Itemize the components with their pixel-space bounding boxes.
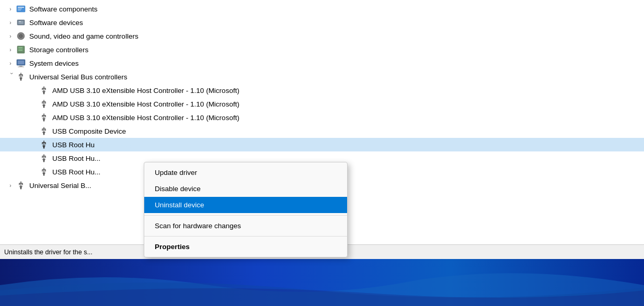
svg-point-21 bbox=[43, 107, 45, 108]
context-menu-update-driver[interactable]: Update driver bbox=[144, 164, 347, 181]
expand-icon[interactable]: › bbox=[6, 32, 15, 40]
context-menu-divider-1 bbox=[144, 215, 347, 216]
tree-item-label: AMD USB 3.10 eXtensible Host Controller … bbox=[52, 87, 239, 95]
svg-point-27 bbox=[20, 188, 22, 190]
tree-item-storage-controllers[interactable]: › Storage controllers bbox=[0, 43, 644, 56]
expand-icon[interactable]: › bbox=[6, 5, 15, 13]
svg-point-26 bbox=[43, 174, 45, 176]
tree-item-usb-composite[interactable]: › USB Composite Device bbox=[0, 124, 644, 138]
tree-item-label: Software devices bbox=[29, 19, 83, 27]
tree-item-label: USB Root Hu... bbox=[52, 155, 100, 162]
svg-point-22 bbox=[43, 120, 45, 122]
svg-rect-6 bbox=[19, 21, 21, 22]
expand-icon[interactable]: › bbox=[6, 45, 15, 54]
disable-device-label: Disable device bbox=[155, 185, 201, 193]
usb-icon bbox=[16, 72, 26, 82]
expand-icon[interactable]: › bbox=[6, 181, 15, 190]
usb-device-icon bbox=[39, 99, 49, 109]
status-text: Uninstalls the driver for the s... bbox=[4, 249, 93, 256]
tree-item-label: AMD USB 3.10 eXtensible Host Controller … bbox=[52, 114, 239, 122]
context-menu: Update driver Disable device Uninstall d… bbox=[144, 162, 348, 257]
expand-icon[interactable]: › bbox=[6, 73, 15, 81]
software-comp-icon bbox=[16, 4, 26, 14]
svg-point-13 bbox=[22, 48, 24, 49]
uninstall-device-label: Uninstall device bbox=[155, 201, 204, 209]
usb-device-icon bbox=[39, 85, 49, 96]
context-menu-disable-device[interactable]: Disable device bbox=[144, 181, 347, 197]
context-menu-divider-2 bbox=[144, 236, 347, 237]
usb-device-icon bbox=[39, 139, 49, 150]
tree-item-software-components[interactable]: › Software components bbox=[0, 2, 644, 16]
tree-item-label: Software components bbox=[29, 5, 98, 13]
tree-item-label: Universal Serial Bus controllers bbox=[29, 73, 128, 81]
tree-item-amd-usb-1[interactable]: › AMD USB 3.10 eXtensible Host Controlle… bbox=[0, 84, 644, 97]
svg-point-25 bbox=[43, 161, 45, 162]
svg-point-23 bbox=[43, 134, 45, 135]
software-device-icon bbox=[16, 17, 26, 28]
svg-rect-5 bbox=[18, 21, 24, 24]
tree-item-software-devices[interactable]: › Software devices bbox=[0, 16, 644, 29]
tree-item-label: System devices bbox=[29, 60, 79, 67]
expand-icon[interactable]: › bbox=[6, 18, 15, 27]
tree-item-system-devices[interactable]: › System devices bbox=[0, 56, 644, 70]
scan-changes-label: Scan for hardware changes bbox=[155, 222, 241, 230]
storage-icon bbox=[16, 44, 26, 55]
svg-rect-18 bbox=[18, 61, 24, 64]
tree-item-amd-usb-3[interactable]: › AMD USB 3.10 eXtensible Host Controlle… bbox=[0, 111, 644, 124]
svg-rect-3 bbox=[18, 10, 21, 11]
usb-device-icon bbox=[39, 126, 49, 136]
sound-icon bbox=[16, 31, 26, 41]
tree-item-sound-video[interactable]: › Sound, video and game controllers bbox=[0, 29, 644, 43]
update-driver-label: Update driver bbox=[155, 169, 197, 176]
tree-item-label: Universal Serial B... bbox=[29, 182, 91, 190]
device-manager: › Software components › S bbox=[0, 0, 644, 306]
tree-item-label: USB Root Hub (USB 3.0) bbox=[52, 141, 132, 149]
tree-item-label: USB Root Hu... bbox=[52, 168, 100, 176]
usb-device-icon bbox=[39, 112, 49, 123]
system-icon bbox=[16, 58, 26, 68]
svg-rect-17 bbox=[18, 67, 24, 67]
svg-rect-2 bbox=[18, 8, 22, 9]
usb-device-icon bbox=[39, 153, 49, 163]
tree-item-amd-usb-2[interactable]: › AMD USB 3.10 eXtensible Host Controlle… bbox=[0, 97, 644, 111]
tree-item-usb-controllers[interactable]: › Universal Serial Bus controllers bbox=[0, 70, 644, 84]
tree-item-label: AMD USB 3.10 eXtensible Host Controller … bbox=[52, 100, 239, 108]
context-menu-uninstall-device[interactable]: Uninstall device bbox=[144, 197, 347, 213]
context-menu-properties[interactable]: Properties bbox=[144, 239, 347, 255]
svg-point-14 bbox=[22, 50, 24, 51]
svg-point-9 bbox=[20, 36, 21, 37]
usb-icon bbox=[16, 180, 26, 191]
svg-rect-1 bbox=[18, 7, 24, 8]
properties-label: Properties bbox=[155, 243, 190, 251]
tree-item-label: Storage controllers bbox=[29, 46, 88, 54]
tree-item-label: USB Composite Device bbox=[52, 127, 126, 135]
svg-point-19 bbox=[20, 79, 22, 81]
taskbar bbox=[0, 259, 644, 306]
svg-point-24 bbox=[43, 147, 45, 149]
tree-item-usb-root-hub-1[interactable]: › USB Root Hub (USB 3.0) bbox=[0, 138, 644, 151]
expand-icon[interactable]: › bbox=[6, 59, 15, 67]
context-menu-scan-changes[interactable]: Scan for hardware changes bbox=[144, 218, 347, 234]
svg-point-20 bbox=[43, 93, 45, 95]
usb-device-icon bbox=[39, 167, 49, 177]
tree-item-label: Sound, video and game controllers bbox=[29, 32, 139, 40]
